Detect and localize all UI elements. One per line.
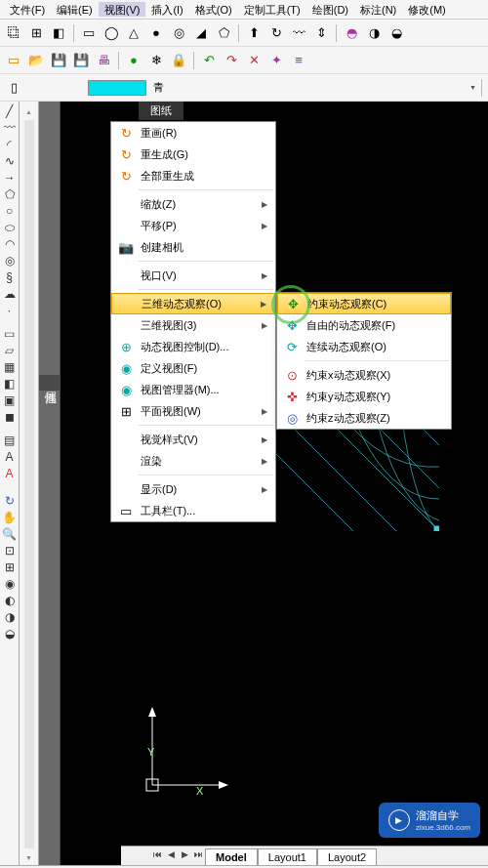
region-icon[interactable]: ▱ [2,343,18,358]
layout-tab-1[interactable]: Layout1 [258,848,317,865]
erase-icon[interactable]: ✕ [244,51,264,70]
point-icon[interactable]: · [2,303,18,318]
tool-box-icon[interactable]: ▭ [79,23,99,43]
tool-extrude-icon[interactable]: ⬆ [244,23,264,43]
mi-dynview[interactable]: ⊕动态视图控制(D)... [111,336,275,357]
smi-continuous[interactable]: ⟳连续动态观察(O) [277,336,451,357]
table-icon[interactable]: ▤ [2,433,18,448]
arc-icon[interactable]: ◜ [2,137,18,152]
mi-redraw[interactable]: ↻重画(R) [111,122,275,144]
helix-icon[interactable]: § [2,269,18,285]
zoomw-icon[interactable]: ⊡ [2,543,18,558]
mtext-icon[interactable]: A [2,449,18,465]
properties-tab[interactable]: 属性 [39,375,61,391]
print-icon[interactable]: 🖶 [94,51,113,70]
walk-icon[interactable]: ◐ [2,593,18,608]
tool-layers-icon[interactable]: ◧ [49,23,68,43]
fill-icon[interactable]: ◼ [2,409,18,425]
mi-defview[interactable]: ◉定义视图(F) [111,357,275,379]
tool-union-icon[interactable]: ◓ [342,23,361,43]
smi-z[interactable]: ◎约束z动态观察(Z) [277,407,451,429]
select-icon[interactable]: ▯ [4,78,23,98]
smi-x[interactable]: ⊙约束x动态观察(X) [277,364,451,386]
mi-viewport[interactable]: 视口(V)▶ [111,265,275,286]
mi-render[interactable]: 渲染▶ [111,450,275,472]
mi-3dview[interactable]: 三维视图(3)▶ [111,314,275,336]
tab-prev-icon[interactable]: ◀ [164,849,178,863]
mi-planview[interactable]: ⊞平面视图(W)▶ [111,400,275,422]
spline-icon[interactable]: ∿ [2,153,18,169]
mi-3dorbit[interactable]: 三维动态观察(O)▶ [111,293,275,314]
boundary-icon[interactable]: ▣ [2,393,18,408]
tool-copy-icon[interactable]: ⿻ [4,23,23,43]
saveas-icon[interactable]: 💾 [71,51,91,70]
cloud-icon[interactable]: ☁ [2,286,18,302]
scroll-up-icon[interactable]: ▲ [21,103,37,119]
tool-group-icon[interactable]: ⊞ [26,23,46,43]
hatch-icon[interactable]: ▦ [2,359,18,375]
ellipse-icon[interactable]: ⬭ [2,220,18,235]
mi-regenall[interactable]: ↻全部重生成 [111,165,275,186]
menu-dim[interactable]: 标注(N) [354,2,402,17]
menu-draw[interactable]: 绘图(D) [306,2,354,17]
layout-tab-model[interactable]: Model [205,848,258,865]
tab-first-icon[interactable]: ⏮ [150,849,164,863]
zoome-icon[interactable]: ⊞ [2,559,18,575]
tool-cylinder-icon[interactable]: ◯ [102,23,121,43]
polygon-icon[interactable]: ⬠ [2,186,18,202]
new-icon[interactable]: ▭ [4,51,23,70]
match-icon[interactable]: ✦ [266,51,286,70]
circle-icon[interactable]: ○ [2,203,18,219]
tool-poly-icon[interactable]: ⬠ [214,23,233,43]
rect-icon[interactable]: ▭ [2,326,18,342]
color-swatch[interactable] [88,80,146,96]
menu-format[interactable]: 格式(O) [189,2,238,17]
layer-freeze-icon[interactable]: ❄ [146,51,166,70]
redo-icon[interactable]: ↷ [222,51,241,70]
mi-zoom[interactable]: 缩放(Z)▶ [111,193,275,215]
smi-constrained[interactable]: ✥约束动态观察(C) [277,293,451,314]
menu-modify[interactable]: 修改(M) [402,2,452,17]
donut-icon[interactable]: ◎ [2,253,18,269]
tool-wedge-icon[interactable]: ◢ [191,23,211,43]
ray-icon[interactable]: → [2,170,18,186]
prop-icon[interactable]: ≡ [289,51,308,70]
mi-display[interactable]: 显示(D)▶ [111,478,275,500]
save-icon[interactable]: 💾 [49,51,68,70]
arc2-icon[interactable]: ◠ [2,236,18,252]
menu-insert[interactable]: 插入(I) [145,2,188,17]
color-dropdown-icon[interactable]: ▼ [469,84,476,91]
tool-sweep-icon[interactable]: 〰 [289,23,308,43]
mi-visstyle[interactable]: 视觉样式(V)▶ [111,429,275,450]
orbit-icon[interactable]: ↻ [2,493,18,509]
3dorbit-icon[interactable]: ◉ [2,576,18,592]
mi-toolbar[interactable]: ▭工具栏(T)... [111,500,275,521]
layout-tab-2[interactable]: Layout2 [317,848,377,865]
gradient-icon[interactable]: ◧ [2,376,18,392]
tool-cone-icon[interactable]: △ [124,23,143,43]
tool-sphere-icon[interactable]: ● [146,23,166,43]
line-icon[interactable]: ╱ [2,103,18,119]
tab-next-icon[interactable]: ▶ [178,849,191,863]
pan-icon[interactable]: ✋ [2,510,18,525]
smi-free[interactable]: ✥自由的动态观察(F) [277,314,451,336]
scroll-down-icon[interactable]: ▼ [21,849,37,865]
text-icon[interactable]: A [2,466,18,481]
menu-file[interactable]: 文件(F) [4,2,51,17]
tool-intersect-icon[interactable]: ◒ [386,23,406,43]
menu-customtool[interactable]: 定制工具(T) [238,2,306,17]
menu-view[interactable]: 视图(V) [99,2,146,17]
mi-pan[interactable]: 平移(P)▶ [111,215,275,236]
mi-regen[interactable]: ↻重生成(G) [111,144,275,165]
tab-last-icon[interactable]: ⏭ [191,849,205,863]
zoom-icon[interactable]: 🔍 [2,526,18,542]
drawing-tab[interactable]: 图纸 [139,102,183,120]
open-icon[interactable]: 📂 [26,51,46,70]
tool-revolve-icon[interactable]: ↻ [266,23,286,43]
tool-torus-icon[interactable]: ◎ [169,23,188,43]
look-icon[interactable]: ◒ [2,626,18,641]
mi-viewmgr[interactable]: ◉视图管理器(M)... [111,379,275,400]
tool-loft-icon[interactable]: ⇕ [311,23,331,43]
pline-icon[interactable]: 〰 [2,120,18,136]
layer-on-icon[interactable]: ● [124,51,143,70]
